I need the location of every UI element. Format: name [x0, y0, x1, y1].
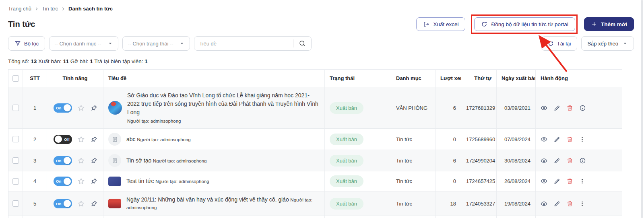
chevron-down-icon	[179, 41, 185, 46]
column-header-title: Tiêu đề	[103, 70, 325, 87]
table-row: 5 On Ngày 20/11: Những bài văn hay và xú…	[8, 191, 622, 216]
thumbnail	[108, 154, 121, 167]
trash-action-button[interactable]	[566, 157, 573, 164]
thumbnail	[108, 133, 121, 146]
toggle-state-label: On	[55, 106, 62, 110]
feature-toggle[interactable]: On	[54, 103, 72, 113]
eye-icon	[541, 200, 547, 207]
column-header-status: Trạng thái	[325, 70, 391, 87]
publish-date-cell: 19/08/2024	[497, 216, 536, 218]
pencil-action-button[interactable]	[553, 105, 560, 111]
row-checkbox[interactable]	[12, 105, 19, 111]
star-icon[interactable]	[77, 104, 85, 112]
summary-item: Trả lại biên tập viên: 1	[94, 58, 147, 64]
breadcrumb-home-link[interactable]: Trang chủ	[8, 6, 31, 12]
kebab-action-button[interactable]	[579, 200, 585, 207]
add-new-button[interactable]: Thêm mới	[584, 17, 634, 31]
toggle-state-label: Off	[63, 137, 71, 142]
info-action-button[interactable]	[579, 157, 586, 164]
status-badge: Xuất bản	[330, 134, 363, 145]
feature-toggle[interactable]: On	[54, 156, 72, 165]
pencil-action-button[interactable]	[553, 136, 560, 143]
table-row: 4 On Test tin tức Người tạo: adminsophon…	[8, 171, 622, 191]
column-header-views: Lượt xem	[436, 70, 461, 87]
category-cell: Tin tức	[391, 171, 436, 191]
views-cell: 6	[436, 150, 461, 171]
star-icon[interactable]	[77, 200, 85, 208]
kebab-icon	[579, 200, 585, 207]
scrollbar[interactable]	[640, 0, 644, 218]
pin-icon[interactable]	[90, 177, 98, 185]
pencil-action-button[interactable]	[553, 200, 560, 207]
feature-toggle[interactable]: On	[54, 177, 72, 186]
table-row: 3 On Tin sở tạo Người tạo: adminsophong …	[8, 150, 622, 171]
thumbnail	[108, 177, 121, 186]
search-button[interactable]	[293, 37, 311, 50]
toggle-state-label: On	[55, 158, 62, 163]
breadcrumb: Trang chủ Tin tức Danh sách tin tức	[8, 6, 634, 12]
pin-icon[interactable]	[90, 104, 98, 112]
eye-action-button[interactable]	[541, 136, 547, 143]
star-icon[interactable]	[77, 136, 85, 143]
category-cell: Tin tức	[391, 129, 436, 150]
doc-icon	[112, 136, 118, 142]
sync-portal-button[interactable]: Đồng bộ dữ liệu tin tức từ portal	[474, 17, 575, 31]
pencil-action-button[interactable]	[553, 157, 560, 164]
news-table: STTTính năngTiêu đềTrạng tháiDanh mụcLượ…	[8, 69, 622, 218]
breadcrumb-news-link[interactable]: Tin tức	[42, 6, 58, 12]
export-excel-label: Xuất excel	[433, 21, 458, 27]
status-badge: Xuất bản	[330, 102, 363, 114]
row-checkbox[interactable]	[12, 200, 19, 207]
eye-icon	[541, 178, 547, 185]
publish-date-cell: 03/09/2021	[497, 87, 536, 129]
category-select[interactable]: -- Chọn danh mục --	[49, 36, 118, 51]
scrollbar-thumb[interactable]	[641, 0, 643, 218]
page-title: Tin tức	[8, 20, 35, 29]
trash-icon	[566, 105, 573, 111]
column-header-feat: Tính năng	[47, 70, 103, 87]
trash-action-button[interactable]	[566, 200, 573, 207]
eye-icon	[541, 157, 547, 164]
category-cell: Tin tức	[391, 216, 436, 218]
export-excel-button[interactable]: Xuất excel	[416, 17, 465, 31]
info-action-button[interactable]	[579, 105, 586, 111]
eye-action-button[interactable]	[541, 157, 547, 164]
row-checkbox[interactable]	[12, 178, 19, 185]
reload-button[interactable]: Tải lại	[541, 36, 578, 51]
feature-toggle[interactable]: On	[54, 199, 72, 208]
views-cell: 18	[436, 191, 461, 216]
trash-action-button[interactable]	[566, 178, 573, 185]
filter-button[interactable]: Bộ lọc	[8, 36, 45, 51]
order-cell: 1724990204	[461, 150, 497, 171]
eye-action-button[interactable]	[541, 178, 547, 185]
feature-toggle[interactable]: Off	[54, 135, 72, 144]
eye-action-button[interactable]	[541, 200, 547, 207]
kebab-action-button[interactable]	[579, 136, 585, 143]
select-all-checkbox[interactable]	[12, 75, 19, 82]
publish-date-cell: 19/08/2024	[497, 191, 536, 216]
search-input[interactable]	[194, 37, 293, 50]
pencil-action-button[interactable]	[553, 178, 560, 185]
trash-action-button[interactable]	[566, 136, 573, 143]
sync-portal-label: Đồng bộ dữ liệu tin tức từ portal	[491, 21, 568, 27]
status-badge: Xuất bản	[330, 198, 363, 210]
pin-icon[interactable]	[90, 200, 98, 208]
row-checkbox[interactable]	[12, 136, 19, 142]
sort-button[interactable]: Sắp xếp theo	[581, 36, 634, 51]
row-index: 3	[23, 150, 47, 171]
star-icon[interactable]	[77, 157, 85, 165]
star-icon[interactable]	[77, 177, 85, 185]
status-badge: Xuất bản	[330, 175, 363, 187]
thumbnail	[108, 199, 121, 208]
trash-action-button[interactable]	[566, 105, 573, 111]
pin-icon[interactable]	[90, 136, 98, 143]
eye-action-button[interactable]	[541, 105, 547, 111]
info-icon	[579, 105, 586, 111]
row-checkbox[interactable]	[12, 157, 19, 164]
add-new-label: Thêm mới	[601, 21, 627, 27]
pin-icon[interactable]	[90, 157, 98, 165]
filter-label: Bộ lọc	[24, 41, 39, 47]
kebab-action-button[interactable]	[579, 178, 585, 185]
summary-item: Xuất bản: 11	[38, 58, 69, 64]
status-select[interactable]: -- Chọn trạng thái --	[122, 36, 190, 51]
